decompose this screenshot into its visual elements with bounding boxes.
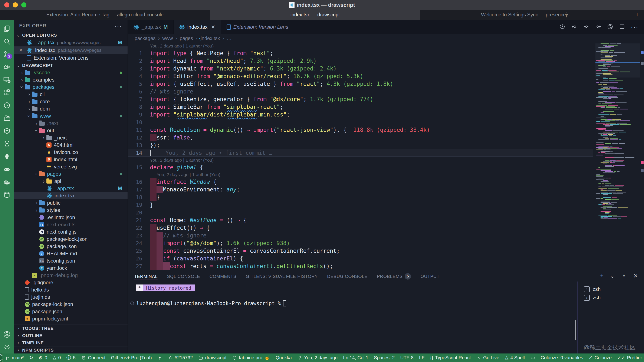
flow-icon[interactable] — [1, 137, 13, 150]
status-item-controller[interactable] — [528, 354, 538, 362]
status-item-spaces-2[interactable]: Spaces: 2 — [371, 354, 398, 362]
remote-explorer-icon[interactable] — [1, 73, 13, 86]
account-icon[interactable] — [1, 328, 13, 341]
tree-item[interactable]: ›core — [14, 98, 128, 105]
gitlens-graph-icon[interactable] — [607, 24, 613, 31]
database-icon[interactable] — [1, 188, 13, 201]
code-line[interactable]: 27const rects = canvasContainerEl.getCli… — [128, 262, 593, 270]
controller-icon[interactable] — [1, 163, 13, 176]
breadcrumb-item[interactable]: www — [162, 36, 173, 41]
window-tab[interactable]: Welcome to Settings Sync — presencejs — [420, 10, 630, 20]
maximize-panel-icon[interactable]: ＾ — [621, 272, 627, 280]
sidebar-section-timeline[interactable]: ›TIMELINE — [14, 339, 128, 346]
code-line[interactable]: 21const Home: NextPage = () ⇒ { — [128, 216, 593, 224]
status-item-main-[interactable]: main* — [2, 354, 26, 362]
open-editors-header[interactable]: ⌄ OPEN EDITORS — [14, 32, 128, 39]
tree-item[interactable]: 5index.html — [14, 156, 128, 163]
sidebar-section-todos-tree[interactable]: ›TODOS: TREE — [14, 324, 128, 332]
panel-tab-terminal[interactable]: TERMINAL — [134, 271, 158, 282]
run-debug-icon[interactable] — [1, 60, 13, 73]
tree-item[interactable]: #pnpm-lock.yaml — [14, 315, 128, 322]
panel-tab-sql-console[interactable]: SQL CONSOLE — [167, 271, 200, 282]
tree-item[interactable]: juejin.ds — [14, 294, 128, 301]
settings-icon[interactable] — [1, 341, 13, 354]
tree-item[interactable]: ›out — [14, 127, 128, 134]
code-line[interactable]: 3import dynamic from "next/dynamic"; 6.3… — [128, 65, 593, 72]
code-line[interactable]: 23// @ts-ignore — [128, 232, 593, 239]
tree-item[interactable]: ›.vscode — [14, 69, 128, 76]
editor-tab[interactable]: Extension: Version Lens — [221, 20, 294, 34]
open-editor-item[interactable]: Extension: Version Lens — [14, 54, 128, 62]
panel-tab-problems[interactable]: PROBLEMS5 — [377, 271, 411, 282]
breadcrumb[interactable]: packages›www›pages›index.tsx›… — [128, 34, 644, 42]
tree-item[interactable]: ›cli — [14, 91, 128, 98]
tree-item[interactable]: JSpackage.json — [14, 308, 128, 315]
history-icon[interactable] — [559, 24, 566, 31]
split-editor-icon[interactable] — [619, 24, 625, 31]
tree-item[interactable]: index.tsx — [14, 192, 128, 199]
minimap[interactable] — [596, 44, 640, 271]
editor-tab[interactable]: index.tsx✕ — [174, 20, 221, 34]
tree-item[interactable]: ≡.pnpm-debug.log — [14, 272, 128, 279]
code-line[interactable]: 22useEffect(() ⇒ { — [128, 224, 593, 232]
status-item-ln-14-col-1[interactable]: Ln 14, Col 1 — [340, 354, 371, 362]
terminal-dropdown-icon[interactable]: ⌄ — [610, 272, 615, 280]
next-change-icon[interactable] — [595, 24, 602, 31]
panel-tab-gitlens-visual-file-history[interactable]: GITLENS: VISUAL FILE HISTORY — [246, 271, 318, 282]
tree-item[interactable]: TStsconfig.json — [14, 257, 128, 264]
status-item-4-spell[interactable]: △4 Spell — [502, 354, 528, 362]
code-line[interactable]: 12ssr: false, — [128, 134, 593, 142]
tree-item[interactable]: ›api — [14, 178, 128, 185]
close-panel-icon[interactable]: ✕ — [633, 272, 638, 280]
tree-item[interactable]: .gitignore — [14, 279, 128, 286]
tree-item[interactable]: JSpackage.json — [14, 243, 128, 250]
code-line[interactable]: 26if (canvasContainerEl) { — [128, 255, 593, 262]
status-item-lf[interactable]: LF — [416, 354, 428, 362]
tree-item[interactable]: 5404.html — [14, 142, 128, 149]
editor-tab[interactable]: _app.tsxM — [128, 20, 174, 34]
status-item-0[interactable]: △0 — [50, 354, 64, 362]
code-line[interactable]: 14You, 2 days ago • first commit … — [128, 149, 593, 157]
status-item-#215732[interactable]: #215732 — [165, 354, 196, 362]
search-icon[interactable] — [1, 35, 13, 48]
code-line[interactable]: 2import Head from "next/head"; 7.3k (gzi… — [128, 57, 593, 65]
code-line[interactable]: 16interface Window { — [128, 178, 593, 186]
status-item-go-live[interactable]: Go Live — [474, 354, 502, 362]
tree-item[interactable]: Nnext.config.js — [14, 228, 128, 236]
status-item-zap[interactable] — [154, 354, 165, 362]
code-line[interactable]: 25const canvasContainerEl = canvasContai… — [128, 247, 593, 255]
code-line[interactable]: 10 — [128, 118, 593, 126]
code-line[interactable]: 13}); — [128, 142, 593, 149]
status-item-quokka[interactable]: Quokka — [273, 354, 294, 362]
cube-icon[interactable] — [1, 124, 13, 137]
tree-item[interactable]: ›_next — [14, 134, 128, 142]
leaf-icon[interactable] — [1, 150, 13, 163]
tree-item[interactable]: ›dom — [14, 105, 128, 112]
breadcrumb-item[interactable]: packages — [134, 36, 156, 41]
breadcrumb-item[interactable]: index.tsx — [200, 36, 220, 41]
code-line[interactable]: 19} — [128, 201, 593, 209]
tree-item[interactable]: ★favicon.ico — [14, 149, 128, 156]
sidebar-section-npm-scripts[interactable]: ›NPM SCRIPTS — [14, 346, 128, 354]
docker-icon[interactable] — [1, 176, 13, 188]
tree-item[interactable]: Yyarn.lock — [14, 264, 128, 272]
remote-indicator[interactable]: >< — [0, 354, 2, 362]
extensions-icon[interactable] — [1, 86, 13, 99]
codelens[interactable]: You, 2 days ago | 1 author (You) — [128, 157, 593, 164]
code-line[interactable]: 18} — [128, 193, 593, 201]
tree-item[interactable]: ›examples — [14, 76, 128, 84]
status-item-typescript-react[interactable]: {}TypeScript React — [428, 354, 474, 362]
tree-item[interactable]: .eslintrc.json — [14, 214, 128, 221]
status-item-prettier[interactable]: ✓✓Prettier — [614, 354, 644, 362]
minimize-window-button[interactable] — [13, 2, 18, 8]
more-icon[interactable]: ··· — [631, 24, 638, 31]
code-line[interactable]: 17MonacoEnvironment: any; — [128, 186, 593, 193]
breadcrumb-item[interactable]: … — [226, 36, 232, 41]
breadcrumb-item[interactable]: pages — [180, 36, 193, 41]
project-root-header[interactable]: ⌄ DRAWSCRIPT — [14, 62, 128, 69]
tree-item[interactable]: ›packages — [14, 84, 128, 91]
code-line[interactable]: 7import { tokenize, generator } from "@d… — [128, 96, 593, 103]
close-icon[interactable]: ✕ — [19, 48, 22, 53]
code-line[interactable]: 9import "simplebar/dist/simplebar.min.cs… — [128, 111, 593, 118]
explorer-icon[interactable] — [1, 22, 13, 35]
